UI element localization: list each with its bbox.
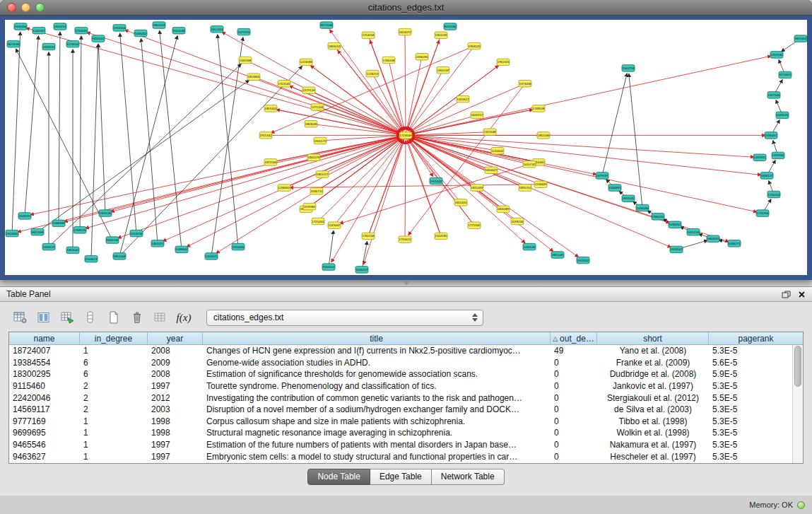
graph-edge[interactable] [26,28,406,136]
table-cell-pagerank[interactable]: 5.9E-5 [709,369,792,379]
table-cell-in_degree[interactable]: 1 [80,428,148,438]
graph-edge[interactable] [411,83,525,133]
graph-node[interactable]: 1953104 [113,25,126,32]
table-row[interactable]: 1830029562008Estimation of significance … [9,368,792,380]
table-cell-year[interactable]: 2008 [148,346,203,356]
table-cell-in_degree[interactable]: 1 [80,452,148,462]
graph-node[interactable]: 9205134 [106,237,119,244]
graph-node[interactable]: 1036842 [175,246,188,253]
graph-edge[interactable] [629,74,642,208]
table-cell-name[interactable]: 19384554 [9,358,80,368]
graph-node[interactable]: 1710314 [767,191,780,198]
table-cell-title[interactable]: Tourette syndrome. Phenomenology and cla… [203,381,551,391]
table-cell-year[interactable]: 1997 [148,452,203,462]
vertical-scrollbar[interactable] [792,345,803,463]
column-header-year[interactable]: year [148,332,203,344]
graph-node[interactable]: 1154469 [534,181,547,188]
graph-node[interactable]: 9273411 [779,71,792,78]
table-cell-name[interactable]: 14569117 [9,404,80,414]
graph-edge[interactable] [119,36,177,257]
graph-node[interactable]: 1913465 [6,230,18,237]
delete-table-button[interactable] [128,309,146,326]
graph-edge[interactable] [363,135,406,264]
graph-node[interactable]: 1762534 [362,233,375,240]
column-header-in_degree[interactable]: in_degree [80,332,148,344]
row-height-button[interactable] [81,309,100,326]
graph-node[interactable]: 1851304 [113,253,126,260]
table-cell-short[interactable]: Franke et al. (2009) [597,358,709,368]
show-columns-button[interactable] [35,309,53,326]
table-selector-combobox[interactable]: citations_edges.txt [206,310,483,326]
graph-edge[interactable] [111,135,406,211]
network-canvas[interactable]: 1724049186104612164621895752180648917753… [5,20,807,275]
graph-node[interactable]: 1275106 [311,104,324,111]
graph-node[interactable]: 1813805 [247,74,260,81]
table-cell-title[interactable]: Changes of HCN gene expression and I(f) … [203,346,551,356]
table-cell-pagerank[interactable]: 5.3E-5 [709,440,792,450]
graph-edge[interactable] [405,32,406,130]
graph-edge[interactable] [141,39,158,244]
graph-node[interactable]: 1443521 [776,112,789,119]
table-row[interactable]: 2242004622012Investigating the contribut… [9,392,792,404]
graph-node[interactable]: 1748508 [532,105,545,112]
graph-node[interactable]: 1924502 [577,257,589,264]
table-cell-in_degree[interactable]: 6 [80,358,148,368]
table-row[interactable]: 911546021997Tourette syndrome. Phenomeno… [9,380,792,392]
graph-node[interactable]: 1013256 [130,230,143,237]
graph-edge[interactable] [406,135,671,247]
graph-node[interactable]: 1920413 [54,23,66,30]
table-cell-in_degree[interactable]: 1 [80,416,148,426]
graph-node[interactable]: 1851042 [66,247,79,254]
graph-node[interactable]: 1210642 [491,148,504,155]
column-header-name[interactable]: name [9,332,80,344]
import-table-button[interactable] [151,309,170,326]
table-cell-pagerank[interactable]: 5.3E-5 [709,404,792,414]
table-cell-out_degree[interactable]: 0 [551,428,597,438]
graph-node[interactable]: 1920465 [232,243,245,250]
zoom-window-button[interactable] [35,3,45,12]
table-cell-title[interactable]: Disruption of a novel member of a sodium… [203,404,551,414]
graph-node[interactable]: 1626157 [471,112,483,119]
graph-node[interactable]: 1036184 [636,204,649,211]
graph-node[interactable]: 1095134 [687,228,700,235]
graph-node[interactable]: 1036452 [134,30,147,37]
table-cell-year[interactable]: 2012 [148,393,203,403]
window-titlebar[interactable]: citations_edges.txt [0,0,812,16]
graph-node[interactable]: 1915342 [259,132,272,139]
graph-node[interactable]: 1342068 [239,57,252,64]
graph-node[interactable]: 1813462 [794,35,807,42]
graph-node[interactable]: 1724049 [399,132,412,139]
table-row[interactable]: 1872400712008Changes of HCN gene express… [9,345,792,357]
table-cell-name[interactable]: 9463627 [9,452,80,462]
graph-node[interactable]: 1842076 [307,154,320,161]
graph-node[interactable]: 1725402 [312,218,324,225]
table-cell-in_degree[interactable]: 2 [80,404,148,414]
graph-node[interactable]: 1653072 [399,28,411,35]
graph-edge[interactable] [64,135,406,221]
graph-node[interactable]: 1865103 [153,22,165,28]
graph-node[interactable]: 1595815 [753,154,766,161]
graph-node[interactable]: 1036145 [523,243,536,250]
tab-network-table[interactable]: Network Table [432,469,505,485]
graph-node[interactable]: 1320617 [457,95,469,103]
graph-node[interactable]: 1961037 [437,67,449,74]
graph-node[interactable]: 1734561 [75,27,88,34]
table-row[interactable]: 977716911998Corpus callosum shape and si… [9,416,792,428]
table-cell-title[interactable]: Structural magnetic resonance image aver… [203,428,551,438]
table-cell-title[interactable]: Estimation of significance thresholds fo… [203,369,551,379]
graph-edge[interactable] [37,80,249,232]
graph-edge[interactable] [30,135,406,214]
graph-node[interactable]: 9106304 [14,23,27,30]
table-cell-title[interactable]: Embryonic stem cells: a model to study s… [203,452,551,462]
table-row[interactable]: 1938455462009Genome-wide association stu… [9,357,792,369]
float-panel-icon[interactable] [782,291,791,298]
graph-node[interactable]: 1173205 [66,40,79,47]
graph-node[interactable]: 1905173 [314,137,326,144]
graph-node[interactable]: 1861017 [316,171,329,178]
graph-node[interactable]: 1851047 [551,252,564,259]
graph-node[interactable]: 1770350 [756,210,769,217]
table-cell-in_degree[interactable]: 1 [80,440,148,450]
graph-edge[interactable] [411,132,490,135]
table-cell-pagerank[interactable]: 5.3E-5 [709,346,792,356]
table-row[interactable]: 1456911722003Disruption of a novel membe… [9,404,792,416]
